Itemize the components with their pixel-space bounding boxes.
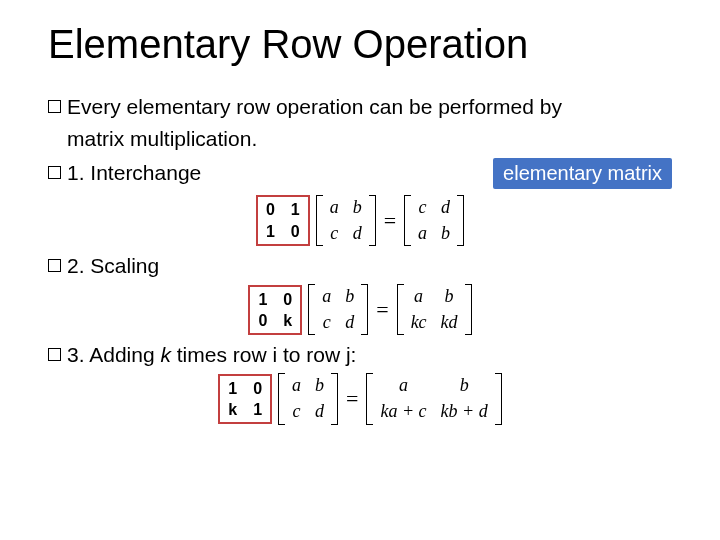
equation-addrow: 10k1 abcd = abka + ckb + d <box>48 373 672 424</box>
equation-interchange: 0110 abcd = cdab <box>48 195 672 246</box>
matrix-result-2: abkckd <box>397 284 472 335</box>
matrix-result-3: abka + ckb + d <box>366 373 501 424</box>
item-addrow-label: 3. Adding k times row i to row j: <box>67 343 356 367</box>
slide: Elementary Row Operation Every elementar… <box>0 0 720 453</box>
item-scaling: 2. Scaling <box>48 254 672 278</box>
item-addrow: 3. Adding k times row i to row j: <box>48 343 672 367</box>
equation-scaling: 100k abcd = abkckd <box>48 284 672 335</box>
bullet-icon <box>48 348 61 361</box>
bullet-icon <box>48 166 61 179</box>
bullet-icon <box>48 259 61 272</box>
matrix-abcd-2: abcd <box>308 284 368 335</box>
matrix-abcd-1: abcd <box>316 195 376 246</box>
equals-sign: = <box>368 297 396 323</box>
elementary-matrix-3: 10k1 <box>218 374 272 424</box>
bullet-icon <box>48 100 61 113</box>
intro-text-1: Every elementary row operation can be pe… <box>67 95 562 119</box>
page-title: Elementary Row Operation <box>48 22 672 67</box>
matrix-abcd-3: abcd <box>278 373 338 424</box>
item-interchange-label: 1. Interchange <box>67 161 201 185</box>
badge-elementary-matrix: elementary matrix <box>493 158 672 189</box>
equals-sign: = <box>376 208 404 234</box>
intro-line-1: Every elementary row operation can be pe… <box>48 95 672 119</box>
elementary-matrix-1: 0110 <box>256 195 310 245</box>
item-interchange: 1. Interchange <box>48 161 201 185</box>
matrix-result-1: cdab <box>404 195 464 246</box>
elementary-matrix-2: 100k <box>248 285 302 335</box>
item-scaling-label: 2. Scaling <box>67 254 159 278</box>
equals-sign: = <box>338 386 366 412</box>
intro-text-2: matrix multiplication. <box>67 127 257 151</box>
intro-line-2: matrix multiplication. <box>67 127 257 151</box>
